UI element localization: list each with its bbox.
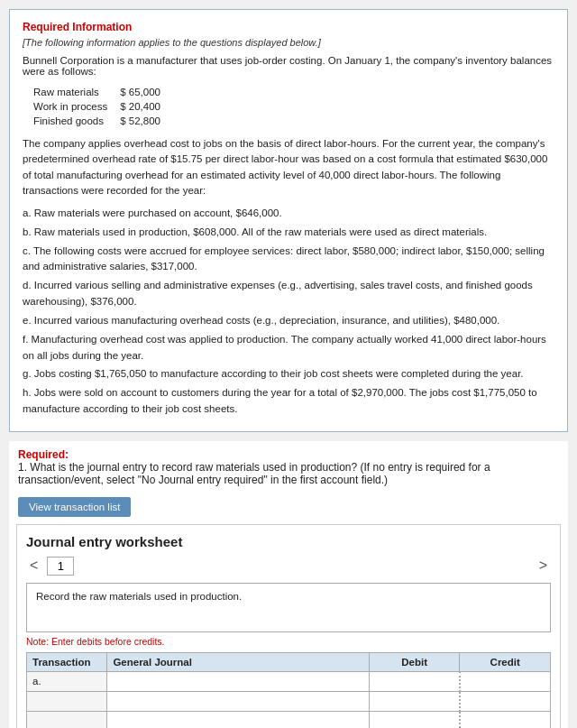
col-transaction: Transaction <box>27 652 107 671</box>
journal-worksheet: Journal entry worksheet < 1 > Record the… <box>16 524 561 728</box>
debit-cell[interactable] <box>369 671 460 691</box>
required-info-title: Required Information <box>23 21 554 33</box>
general-journal-cell[interactable] <box>107 671 370 691</box>
page-number: 1 <box>47 557 74 576</box>
overhead-text: The company applies overhead cost to job… <box>23 136 554 198</box>
transaction-cell <box>27 711 107 728</box>
table-row <box>27 711 551 728</box>
general-journal-input[interactable] <box>113 696 363 706</box>
journal-title: Journal entry worksheet <box>26 534 551 549</box>
col-debit: Debit <box>369 652 460 671</box>
bottom-section: Required: 1. What is the journal entry t… <box>9 441 568 728</box>
general-journal-cell[interactable] <box>107 691 370 711</box>
transaction-item: c. The following costs were accrued for … <box>23 244 554 276</box>
next-arrow[interactable]: > <box>536 558 551 574</box>
table-row: a. <box>27 671 551 691</box>
debit-input[interactable] <box>375 715 453 726</box>
view-transaction-button[interactable]: View transaction list <box>18 497 131 517</box>
required-label: Required: <box>18 448 69 461</box>
debit-input[interactable] <box>375 676 453 687</box>
inventory-row: Raw materials$ 65,000 <box>33 86 171 98</box>
col-credit: Credit <box>460 652 551 671</box>
general-journal-input[interactable] <box>113 676 363 687</box>
inventory-value: $ 20,400 <box>120 100 171 113</box>
required-question: Required: 1. What is the journal entry t… <box>9 441 568 492</box>
transaction-item: g. Jobs costing $1,765,050 to manufactur… <box>23 366 554 382</box>
credit-input[interactable] <box>466 696 545 706</box>
inventory-row: Finished goods$ 52,800 <box>33 115 171 127</box>
transaction-item: e. Incurred various manufacturing overhe… <box>23 313 554 329</box>
transaction-item: h. Jobs were sold on account to customer… <box>23 385 554 418</box>
transaction-item: a. Raw materials were purchased on accou… <box>23 206 554 222</box>
credit-cell[interactable] <box>460 671 551 691</box>
inventory-value: $ 65,000 <box>120 86 171 98</box>
table-row <box>27 691 551 711</box>
inventory-row: Work in process$ 20,400 <box>33 100 171 113</box>
record-description: Record the raw materials used in product… <box>26 583 551 632</box>
nav-row: < 1 > <box>26 557 551 576</box>
col-general-journal: General Journal <box>107 652 370 671</box>
credit-cell[interactable] <box>460 691 551 711</box>
credit-input[interactable] <box>466 676 545 687</box>
transactions-list: a. Raw materials were purchased on accou… <box>23 206 554 418</box>
debit-cell[interactable] <box>369 711 460 728</box>
intro-text: Bunnell Corporation is a manufacturer th… <box>23 55 554 77</box>
inventory-value: $ 52,800 <box>120 115 171 127</box>
transaction-item: f. Manufacturing overhead cost was appli… <box>23 332 554 364</box>
general-journal-cell[interactable] <box>107 711 370 728</box>
note-text: Note: Enter debits before credits. <box>26 636 551 647</box>
inventory-label: Work in process <box>33 100 118 113</box>
prev-arrow[interactable]: < <box>26 558 41 574</box>
inventory-label: Finished goods <box>33 115 118 127</box>
transaction-item: b. Raw materials used in production, $60… <box>23 225 554 241</box>
debit-input[interactable] <box>375 696 453 706</box>
credit-input[interactable] <box>466 715 545 726</box>
question-text: 1. What is the journal entry to record r… <box>18 461 490 486</box>
debit-cell[interactable] <box>369 691 460 711</box>
transaction-cell: a. <box>27 671 107 691</box>
journal-table: Transaction General Journal Debit Credit… <box>26 652 551 728</box>
inventory-label: Raw materials <box>33 86 118 98</box>
nav-left: < 1 <box>26 557 74 576</box>
transaction-cell <box>27 691 107 711</box>
general-journal-input[interactable] <box>113 715 363 726</box>
italic-note: [The following information applies to th… <box>23 37 554 48</box>
required-info-section: Required Information [The following info… <box>9 9 568 432</box>
credit-cell[interactable] <box>460 711 551 728</box>
transaction-item: d. Incurred various selling and administ… <box>23 278 554 310</box>
inventory-table: Raw materials$ 65,000Work in process$ 20… <box>32 84 173 129</box>
